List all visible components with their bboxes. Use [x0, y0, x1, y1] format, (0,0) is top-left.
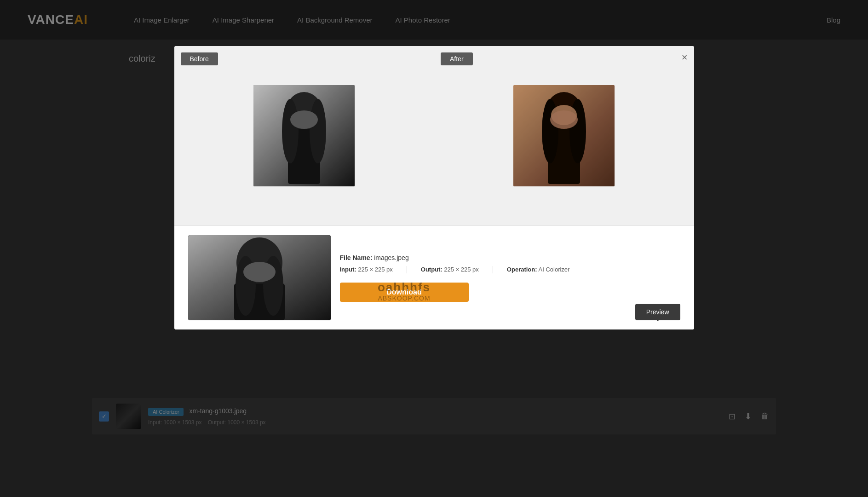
file-name-row: File Name: images.jpeg	[340, 254, 626, 261]
close-button[interactable]: ×	[682, 52, 688, 63]
svg-point-5	[310, 99, 326, 163]
file-details: File Name: images.jpeg Input: 225 × 225 …	[340, 254, 626, 302]
after-image-svg	[513, 85, 615, 186]
svg-point-6	[290, 110, 318, 129]
before-pane: Before	[174, 46, 435, 225]
preview-area: Preview	[635, 304, 680, 320]
svg-point-4	[282, 99, 299, 163]
download-area: Download oahhhfs ABSKOOP.COM	[340, 280, 469, 302]
comparison-modal: × Before	[174, 46, 694, 329]
preview-button[interactable]: Preview	[635, 304, 680, 320]
after-pane: After	[434, 46, 694, 225]
before-after-section: Before	[174, 46, 694, 225]
divider	[407, 266, 407, 273]
file-thumbnail	[188, 235, 331, 320]
divider2	[493, 266, 493, 273]
download-button[interactable]: Download	[340, 283, 469, 302]
file-info-section: File Name: images.jpeg Input: 225 × 225 …	[174, 225, 694, 329]
file-thumb-svg	[188, 235, 331, 320]
file-dimensions-row: Input: 225 × 225 px Output: 225 × 225 px…	[340, 266, 626, 273]
svg-point-14	[550, 110, 578, 129]
svg-point-20	[243, 262, 276, 282]
before-image	[253, 85, 355, 186]
before-image-svg	[253, 85, 355, 186]
after-image	[513, 85, 615, 186]
